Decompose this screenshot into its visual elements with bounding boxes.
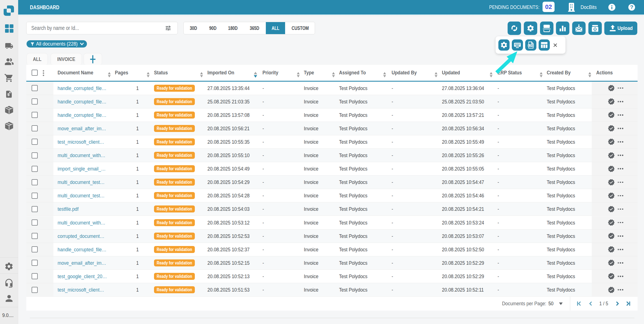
- svg-text:LOG: LOG: [528, 44, 533, 47]
- svg-text:?: ?: [630, 4, 633, 10]
